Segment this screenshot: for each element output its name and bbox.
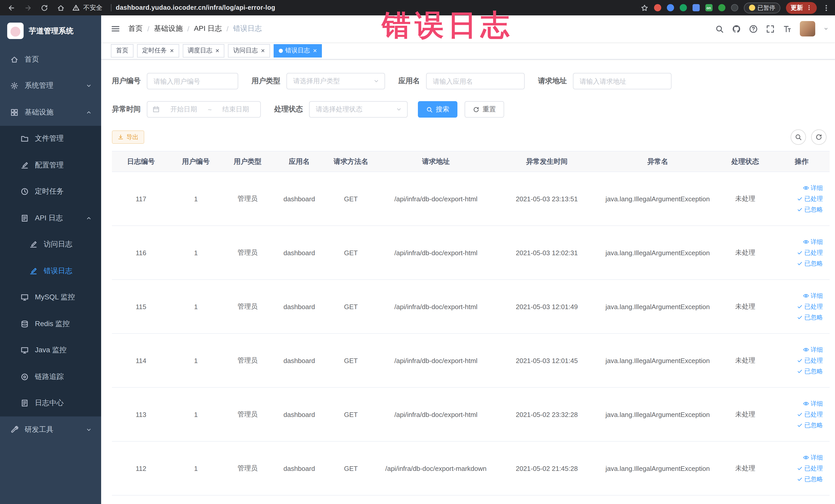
- browser-home-icon[interactable]: [57, 4, 65, 12]
- ignore-link[interactable]: 已忽略: [797, 421, 823, 429]
- processed-link[interactable]: 已处理: [797, 410, 823, 419]
- cell-method: GET: [325, 357, 376, 364]
- refresh-button[interactable]: [811, 129, 827, 145]
- sidebar-item[interactable]: API 日志: [0, 205, 101, 231]
- process-status-select[interactable]: 请选择处理状态: [309, 101, 408, 118]
- cell-status: 未处理: [717, 194, 774, 203]
- detail-link[interactable]: 详细: [803, 399, 823, 408]
- breadcrumb-item[interactable]: API 日志: [194, 24, 222, 33]
- sidebar-item[interactable]: 系统管理: [0, 73, 101, 99]
- check-icon: [797, 196, 803, 202]
- request-url-input[interactable]: [573, 73, 672, 89]
- processed-link[interactable]: 已处理: [797, 464, 823, 473]
- tab[interactable]: 定时任务×: [137, 44, 179, 57]
- processed-link[interactable]: 已处理: [797, 194, 823, 203]
- cell-method: GET: [325, 464, 376, 472]
- sidebar-item[interactable]: Redis 监控: [0, 311, 101, 337]
- user-id-input[interactable]: [147, 73, 238, 89]
- sidebar-toggle-button[interactable]: [101, 24, 128, 33]
- ignore-link[interactable]: 已忽略: [797, 259, 823, 268]
- app-logo[interactable]: 芋道管理系统: [0, 15, 101, 46]
- sidebar-item-label: 错误日志: [44, 266, 73, 276]
- detail-link[interactable]: 详细: [803, 238, 823, 246]
- close-icon[interactable]: ×: [216, 47, 219, 54]
- chevron-down-icon[interactable]: [823, 26, 829, 31]
- download-icon: [118, 134, 124, 140]
- more-icon: [806, 5, 812, 11]
- tab[interactable]: 调度日志×: [183, 44, 224, 57]
- processed-link[interactable]: 已处理: [797, 248, 823, 257]
- tab[interactable]: 首页: [111, 44, 134, 57]
- breadcrumb-item[interactable]: 基础设施: [154, 24, 183, 33]
- tab[interactable]: 错误日志×: [273, 44, 322, 57]
- sidebar-item[interactable]: 链路追踪: [0, 364, 101, 390]
- ignore-link[interactable]: 已忽略: [797, 367, 823, 376]
- detail-link[interactable]: 详细: [803, 184, 823, 192]
- extension-icon[interactable]: [654, 4, 661, 11]
- extension-icon[interactable]: [692, 4, 699, 11]
- sidebar-item[interactable]: 日志中心: [0, 390, 101, 417]
- user-avatar[interactable]: [800, 21, 815, 37]
- browser-back-icon[interactable]: [8, 4, 15, 12]
- browser-menu-icon[interactable]: [822, 4, 830, 12]
- extension-icon[interactable]: [731, 4, 738, 11]
- update-label: 更新: [791, 3, 803, 12]
- chevron-down-icon: [86, 427, 92, 433]
- sidebar-item[interactable]: 首页: [0, 46, 101, 73]
- sidebar-item[interactable]: 错误日志: [0, 258, 101, 284]
- sidebar-item[interactable]: 基础设施: [0, 99, 101, 125]
- browser-forward-icon[interactable]: [24, 4, 32, 12]
- export-button[interactable]: 导出: [112, 130, 144, 144]
- close-icon[interactable]: ×: [313, 47, 317, 54]
- sidebar-item[interactable]: 访问日志: [0, 231, 101, 258]
- extension-icon[interactable]: on: [705, 4, 712, 11]
- detail-link[interactable]: 详细: [803, 345, 823, 354]
- calendar-icon: [152, 106, 160, 113]
- help-icon[interactable]: [749, 24, 758, 33]
- github-icon[interactable]: [732, 24, 741, 33]
- breadcrumb-item[interactable]: 首页: [128, 24, 143, 33]
- fullscreen-icon[interactable]: [766, 24, 775, 33]
- detail-link[interactable]: 详细: [803, 291, 823, 300]
- user-type-select[interactable]: 请选择用户类型: [286, 73, 385, 89]
- close-icon[interactable]: ×: [261, 47, 265, 54]
- column-header: 应用名: [273, 157, 325, 166]
- ignore-link[interactable]: 已忽略: [797, 313, 823, 322]
- sidebar-item[interactable]: Java 监控: [0, 337, 101, 364]
- date-range-picker[interactable]: 开始日期 ~ 结束日期: [147, 101, 261, 118]
- select-placeholder: 请选择用户类型: [293, 77, 340, 86]
- browser-reload-icon[interactable]: [41, 4, 48, 12]
- header-actions: [715, 21, 835, 37]
- processed-link[interactable]: 已处理: [797, 302, 823, 311]
- update-button[interactable]: 更新: [786, 2, 817, 14]
- extension-icon[interactable]: [718, 4, 725, 11]
- ignore-link[interactable]: 已忽略: [797, 205, 823, 214]
- hide-search-button[interactable]: [791, 129, 806, 145]
- bookmark-star-icon[interactable]: [640, 4, 648, 12]
- extension-icon[interactable]: [679, 4, 687, 11]
- close-icon[interactable]: ×: [170, 47, 174, 54]
- table-row: 1131管理员dashboardGET/api/infra/db-doc/exp…: [112, 388, 830, 442]
- site-security-chip[interactable]: 不安全: [73, 3, 116, 12]
- search-icon[interactable]: [715, 24, 724, 33]
- ignore-link[interactable]: 已忽略: [797, 475, 823, 483]
- font-size-icon[interactable]: [783, 24, 792, 33]
- address-url[interactable]: dashboard.yudao.iocoder.cn/infra/log/api…: [116, 4, 275, 11]
- paused-extension-badge[interactable]: 已暂停: [744, 2, 780, 13]
- detail-link[interactable]: 详细: [803, 453, 823, 462]
- tab[interactable]: 访问日志×: [228, 44, 270, 57]
- app-name-input[interactable]: [426, 73, 525, 89]
- reset-button[interactable]: 重置: [465, 101, 504, 118]
- search-button[interactable]: 搜索: [418, 101, 457, 118]
- sidebar-item[interactable]: MySQL 监控: [0, 284, 101, 311]
- sidebar-item[interactable]: 文件管理: [0, 125, 101, 152]
- target-icon: [21, 373, 29, 381]
- cell-id: 114: [112, 357, 170, 364]
- processed-link[interactable]: 已处理: [797, 356, 823, 365]
- sidebar-item[interactable]: 定时任务: [0, 178, 101, 205]
- sidebar-item[interactable]: 配置管理: [0, 152, 101, 178]
- sidebar-item[interactable]: 研发工具: [0, 417, 101, 443]
- extension-icon[interactable]: [667, 4, 674, 11]
- column-header: 请求地址: [377, 157, 495, 166]
- cell-status: 未处理: [717, 464, 774, 473]
